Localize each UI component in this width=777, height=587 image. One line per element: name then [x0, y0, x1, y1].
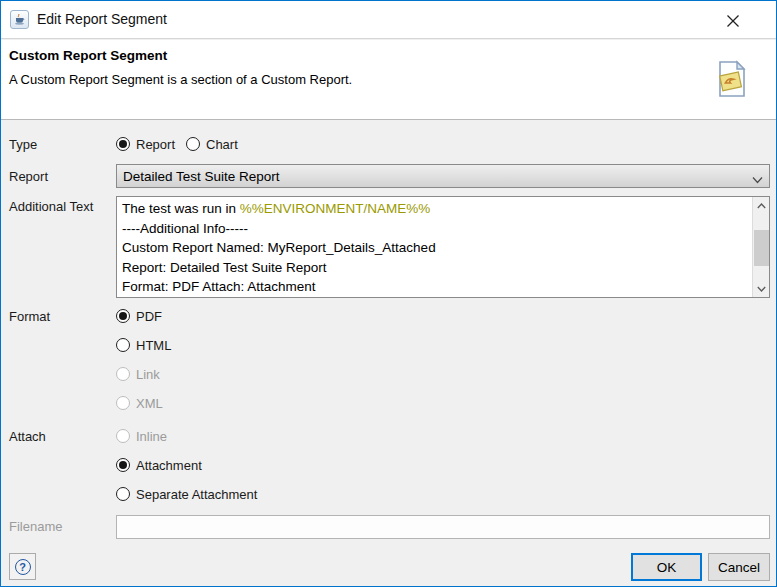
- text-line: Custom Report Named: MyReport_Details_At…: [122, 238, 752, 258]
- help-button[interactable]: ?: [9, 553, 36, 580]
- cancel-button[interactable]: Cancel: [708, 553, 770, 581]
- vertical-scrollbar[interactable]: [752, 197, 769, 297]
- attach-label: Attach: [9, 429, 46, 444]
- scrollbar-thumb[interactable]: [754, 230, 769, 266]
- text-line: ----Additional Info-----: [122, 219, 752, 239]
- java-app-icon: [10, 10, 29, 29]
- window-title: Edit Report Segment: [37, 11, 167, 27]
- report-dropdown[interactable]: Detailed Test Suite Report: [116, 164, 770, 188]
- header-title: Custom Report Segment: [9, 48, 167, 63]
- radio-type-chart[interactable]: Chart: [186, 135, 238, 153]
- radio-circle-separate: [116, 487, 130, 501]
- report-label: Report: [9, 169, 48, 184]
- variable-token: %%ENVIRONMENT/NAME%%: [240, 201, 431, 216]
- report-dropdown-value: Detailed Test Suite Report: [117, 169, 280, 184]
- additional-text-area[interactable]: The test was run in %%ENVIRONMENT/NAME%%…: [116, 196, 770, 298]
- radio-circle-html: [116, 338, 130, 352]
- radio-format-html[interactable]: HTML: [116, 336, 171, 354]
- radio-format-link: Link: [116, 365, 160, 383]
- radio-format-pdf[interactable]: PDF: [116, 307, 162, 325]
- dialog-body: Type Report Chart Report Detailed Test S…: [1, 121, 776, 587]
- radio-circle-xml: [116, 396, 130, 410]
- filename-label: Filename: [9, 519, 62, 534]
- header-description: A Custom Report Segment is a section of …: [9, 72, 352, 87]
- radio-circle-attachment: [116, 458, 130, 472]
- radio-attach-attachment[interactable]: Attachment: [116, 456, 202, 474]
- radio-circle-inline: [116, 429, 130, 443]
- report-segment-icon: [712, 60, 750, 103]
- radio-attach-separate[interactable]: Separate Attachment: [116, 485, 257, 503]
- radio-circle-link: [116, 367, 130, 381]
- radio-type-report[interactable]: Report: [116, 135, 175, 153]
- close-icon[interactable]: [722, 10, 744, 32]
- text-line: The test was run in %%ENVIRONMENT/NAME%%: [122, 199, 752, 219]
- radio-circle-report: [116, 137, 130, 151]
- filename-input: [116, 515, 770, 539]
- title-bar[interactable]: Edit Report Segment: [1, 1, 776, 39]
- text-line: Format: PDF Attach: Attachment: [122, 277, 752, 297]
- additional-text-content: The test was run in %%ENVIRONMENT/NAME%%…: [117, 197, 752, 297]
- type-label: Type: [9, 137, 37, 152]
- radio-circle-chart: [186, 137, 200, 151]
- help-icon: ?: [15, 559, 31, 575]
- radio-format-xml: XML: [116, 394, 163, 412]
- text-line: Report: Detailed Test Suite Report: [122, 258, 752, 278]
- radio-circle-pdf: [116, 309, 130, 323]
- scroll-up-icon[interactable]: [753, 197, 769, 214]
- additional-text-label: Additional Text: [9, 199, 93, 214]
- ok-button[interactable]: OK: [631, 553, 702, 581]
- radio-attach-inline: Inline: [116, 427, 167, 445]
- scroll-down-icon[interactable]: [753, 280, 769, 297]
- dialog-header: Custom Report Segment A Custom Report Se…: [1, 40, 776, 120]
- edit-report-segment-dialog: Edit Report Segment Custom Report Segmen…: [0, 0, 777, 587]
- format-label: Format: [9, 309, 50, 324]
- chevron-down-icon: [752, 172, 763, 187]
